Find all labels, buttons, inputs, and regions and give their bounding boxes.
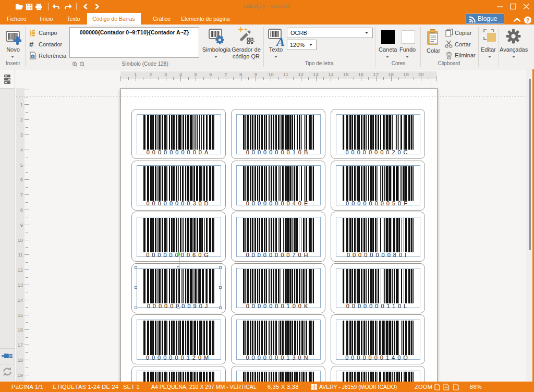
svg-text:?: ?: [526, 17, 529, 23]
svg-text:A: A: [275, 35, 285, 47]
